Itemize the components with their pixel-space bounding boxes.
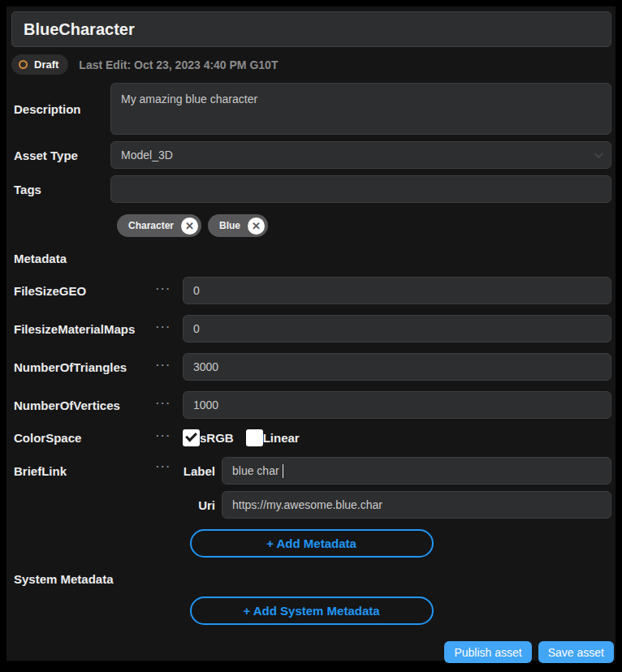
asset-editor-panel: Draft Last Edit: Oct 23, 2023 4:40 PM G1… <box>6 6 616 661</box>
srgb-checkbox-label: sRGB <box>200 431 234 445</box>
row-options-icon[interactable]: ··· <box>156 460 171 472</box>
tags-input[interactable] <box>110 175 611 203</box>
metadata-value-input[interactable] <box>183 391 611 419</box>
tag-chip-label: Character <box>128 220 174 231</box>
metadata-value-input[interactable] <box>183 277 611 304</box>
last-edit-text: Last Edit: Oct 23, 2023 4:40 PM G10T <box>79 58 278 71</box>
colorspace-options: sRGB Linear <box>183 429 312 446</box>
status-label: Draft <box>34 58 58 71</box>
metadata-value-input[interactable] <box>183 315 611 342</box>
row-options-icon[interactable]: ··· <box>156 321 171 333</box>
tag-chips: Character ✕ Blue ✕ <box>117 214 611 237</box>
metadata-key-label: FilesizeMaterialMaps <box>11 322 156 336</box>
metadata-row-numberofvertices: NumberOfVertices ··· <box>11 391 611 419</box>
chevron-down-icon <box>594 149 603 158</box>
asset-type-select[interactable]: Model_3D <box>110 141 611 169</box>
add-metadata-button[interactable]: + Add Metadata <box>190 529 434 558</box>
brieflink-fields: Label blue char Uri <box>183 457 611 519</box>
metadata-key-label: ColorSpace <box>11 431 156 445</box>
brieflink-uri-field-label: Uri <box>183 498 222 512</box>
metadata-key-label: NumberOfTriangles <box>11 360 156 374</box>
tag-chip-label: Blue <box>219 220 240 231</box>
tag-chip: Character ✕ <box>117 214 201 237</box>
brieflink-label-value: blue char <box>232 464 279 477</box>
linear-checkbox[interactable] <box>246 429 263 446</box>
description-label: Description <box>11 102 110 116</box>
brieflink-uri-row: Uri <box>183 491 611 519</box>
system-metadata-section-title: System Metadata <box>11 572 611 586</box>
remove-tag-icon[interactable]: ✕ <box>181 218 198 235</box>
footer-actions: Publish asset Save asset <box>444 641 614 663</box>
description-row: Description My amazing blue character <box>11 83 611 135</box>
row-options-icon[interactable]: ··· <box>156 397 171 409</box>
asset-name-input[interactable] <box>11 11 611 47</box>
status-badge: Draft <box>11 54 68 75</box>
brieflink-label-field-label: Label <box>183 464 222 478</box>
row-options-icon[interactable]: ··· <box>156 282 171 295</box>
brieflink-uri-input[interactable] <box>222 491 611 519</box>
add-system-metadata-button[interactable]: + Add System Metadata <box>190 597 434 625</box>
metadata-key-label: FileSizeGEO <box>11 284 156 298</box>
metadata-row-filesizegeo: FileSizeGEO ··· <box>11 277 611 304</box>
remove-tag-icon[interactable]: ✕ <box>248 218 265 235</box>
draft-status-icon <box>19 60 28 69</box>
metadata-row-brieflink: BriefLink ··· Label blue char Uri <box>11 457 611 519</box>
metadata-key-label: NumberOfVertices <box>11 398 156 412</box>
metadata-value-input[interactable] <box>183 353 611 381</box>
row-options-icon[interactable]: ··· <box>156 429 171 442</box>
publish-asset-button[interactable]: Publish asset <box>444 641 531 663</box>
linear-checkbox-label: Linear <box>263 431 300 445</box>
asset-type-row: Asset Type Model_3D <box>11 141 611 169</box>
tags-label: Tags <box>11 183 110 196</box>
tag-chip: Blue ✕ <box>208 214 268 237</box>
brieflink-label-row: Label blue char <box>183 457 611 485</box>
asset-type-label: Asset Type <box>11 149 110 162</box>
status-row: Draft Last Edit: Oct 23, 2023 4:40 PM G1… <box>11 54 611 75</box>
asset-editor: Draft Last Edit: Oct 23, 2023 4:40 PM G1… <box>0 0 622 672</box>
save-asset-button[interactable]: Save asset <box>538 641 614 663</box>
asset-type-value: Model_3D <box>121 149 173 162</box>
row-options-icon[interactable]: ··· <box>156 359 171 371</box>
metadata-section-title: Metadata <box>11 252 611 265</box>
tags-row: Tags <box>11 175 611 203</box>
text-caret <box>283 464 284 478</box>
metadata-row-colorspace: ColorSpace ··· sRGB Linear <box>11 429 611 446</box>
metadata-row-filesizematerialmaps: FilesizeMaterialMaps ··· <box>11 315 611 342</box>
metadata-row-numberoftriangles: NumberOfTriangles ··· <box>11 353 611 381</box>
srgb-checkbox[interactable] <box>183 429 200 446</box>
metadata-key-label: BriefLink <box>11 464 156 478</box>
description-input[interactable]: My amazing blue character <box>110 83 611 135</box>
brieflink-label-input[interactable]: blue char <box>222 457 611 485</box>
